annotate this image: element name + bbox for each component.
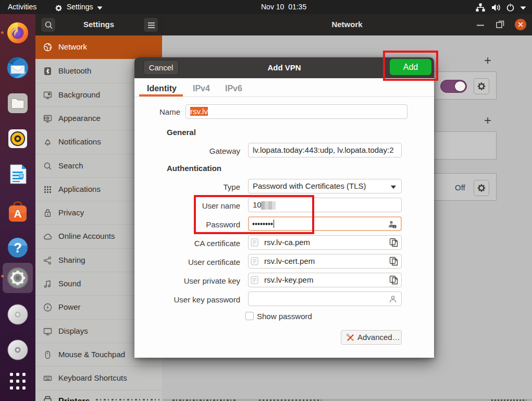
svg-text:?: ? bbox=[14, 240, 22, 256]
svg-text:A: A bbox=[14, 208, 21, 220]
